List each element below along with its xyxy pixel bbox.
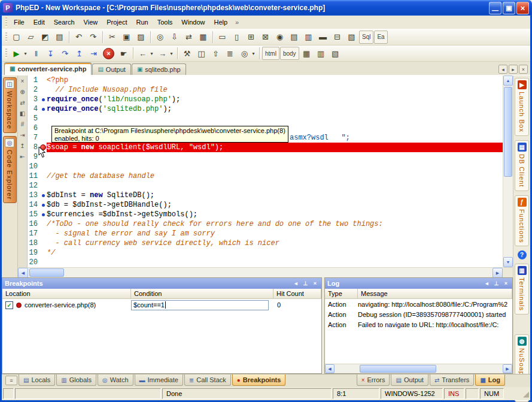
log-row[interactable]: ActionFailed to navigate to URL: http://…	[325, 319, 512, 330]
code-line[interactable]: $dbInst = new SqliteDB();	[47, 191, 503, 200]
top-icon[interactable]: ↥	[19, 142, 26, 150]
code-line[interactable]: require_once('lib/nusoap.php');	[47, 95, 503, 104]
publish-icon[interactable]: ⇧	[209, 47, 223, 60]
run-menu-icon[interactable]: ▾	[22, 47, 29, 60]
preview-icon[interactable]: ◫	[194, 47, 208, 60]
menu-view[interactable]: View	[80, 17, 102, 28]
code-line[interactable]: <?php	[47, 75, 503, 85]
tab-scroll-right-icon[interactable]: ▸	[509, 65, 518, 74]
scroll-right-icon[interactable]: ▶	[503, 364, 512, 373]
columns-view-icon[interactable]: ▥	[314, 47, 328, 60]
toolbar-grip[interactable]	[5, 49, 7, 58]
insert-extra-icon[interactable]: Ea	[374, 31, 387, 44]
hand-tool-icon[interactable]: ☛	[117, 47, 130, 60]
scroll-down-icon[interactable]: ▼	[503, 257, 513, 267]
code-line[interactable]	[47, 181, 503, 191]
dock-tab-db-client[interactable]: ▤DB Client	[515, 140, 529, 191]
cut-icon[interactable]: ✂	[105, 31, 119, 44]
menu-help[interactable]: Help	[209, 17, 232, 28]
code-line[interactable]	[47, 258, 503, 267]
scroll-up-icon[interactable]: ▲	[503, 75, 513, 86]
code-text[interactable]: <?php // Include Nusoap.php filerequire_…	[47, 75, 503, 267]
step-over-icon[interactable]: ↷	[58, 47, 72, 60]
line-numbers-icon[interactable]: #	[19, 120, 26, 128]
mark-icon[interactable]: ▦	[196, 31, 210, 44]
insert-sql-icon[interactable]: Sql	[359, 31, 373, 44]
new-file-icon[interactable]: ▢	[10, 31, 23, 44]
step-out-icon[interactable]: ↥	[72, 47, 86, 60]
tab-close-icon[interactable]: ×	[519, 65, 528, 74]
scrollbar-thumb[interactable]	[504, 87, 512, 177]
copy-icon[interactable]: ▣	[120, 31, 133, 44]
stop-icon[interactable]: ×	[103, 48, 114, 59]
back-icon[interactable]: ←	[136, 47, 150, 60]
panel-close-icon[interactable]: ×	[311, 280, 319, 288]
scrollbar-thumb[interactable]	[360, 365, 436, 373]
menu-edit[interactable]: Edit	[29, 17, 49, 28]
code-line[interactable]: - signal the error and say I am sorry	[47, 229, 503, 238]
close-button[interactable]: ×	[516, 2, 529, 14]
column-header-location[interactable]: Location	[2, 289, 131, 298]
bottom-tab-errors[interactable]: ×Errors	[357, 374, 390, 386]
column-header-type[interactable]: Type	[325, 289, 358, 298]
dock-tab-workspace[interactable]: ◫Workspace	[3, 77, 17, 133]
layers-icon[interactable]: ≣	[223, 47, 237, 60]
resize-grip-icon[interactable]: ◢	[505, 388, 529, 399]
code-line[interactable]: */	[47, 248, 503, 258]
minimize-button[interactable]: —	[489, 2, 501, 14]
log-row[interactable]: Actionnavigating: http://localhost:8080/…	[325, 299, 512, 309]
menu-grip[interactable]	[5, 17, 7, 27]
body-tag-icon[interactable]: body	[280, 47, 299, 60]
breakpoint-enabled-checkbox[interactable]: ✓	[5, 301, 13, 309]
editor-vertical-scrollbar[interactable]: ▲ ▼	[503, 75, 513, 267]
find-next-icon[interactable]: ⇩	[168, 31, 181, 44]
panel-pin-icon[interactable]: ⊥	[493, 280, 500, 288]
undo-icon[interactable]: ↶	[72, 31, 86, 44]
menu-overflow-icon[interactable]: »	[233, 19, 241, 26]
code-line[interactable]: - call currency web service directly, wh…	[47, 238, 503, 248]
scroll-left-icon[interactable]: ◀	[18, 268, 28, 278]
bottom-tab-watch[interactable]: ◎Watch	[98, 374, 133, 386]
insert-form-icon[interactable]: ▭	[215, 31, 229, 44]
panel-pin-icon[interactable]: ⊥	[302, 280, 309, 288]
menu-tools[interactable]: Tools	[153, 17, 177, 28]
bottom-tab-immediate[interactable]: ▬Immediate	[135, 374, 183, 386]
panel-close-icon[interactable]: ×	[502, 280, 510, 288]
insert-button-icon[interactable]: ▬	[316, 31, 330, 44]
column-header-message[interactable]: Message	[358, 289, 512, 298]
html-tag-icon[interactable]: html	[262, 47, 279, 60]
scrollbar-track[interactable]	[437, 364, 503, 373]
run-icon[interactable]: ▶	[10, 47, 23, 60]
insert-input-icon[interactable]: ▯	[230, 31, 244, 44]
code-line[interactable]: // Include Nusoap.php file	[47, 85, 503, 95]
tab-scroll-left-icon[interactable]: ◂	[498, 65, 507, 74]
zoom-icon[interactable]: ◎	[238, 47, 251, 60]
panel-collapse-icon[interactable]: ◂	[292, 280, 300, 288]
indent-icon[interactable]: ⇥	[19, 131, 26, 139]
insert-table-icon[interactable]: ⊞	[244, 31, 258, 44]
save-file-icon[interactable]: ◩	[38, 31, 52, 44]
menu-window[interactable]: Window	[177, 17, 209, 28]
swap-icon[interactable]: ⇄	[19, 99, 26, 107]
code-line[interactable]: $soap = new soapclient($wsdlURL, "wsdl")…	[47, 143, 503, 152]
scrollbar-track[interactable]	[65, 268, 493, 277]
tab-sqlitedb-php[interactable]: ▣sqlitedb.php	[132, 64, 186, 75]
panel-collapse-icon[interactable]: ◂	[483, 280, 491, 288]
insert-radio-icon[interactable]: ◉	[273, 31, 287, 44]
forward-icon[interactable]: →	[156, 47, 169, 60]
code-editor[interactable]: ×⊕⇄◧#⇥↥⇤ 1234567891011121314151617181920…	[18, 75, 513, 267]
code-line[interactable]	[47, 114, 503, 123]
run-to-cursor-icon[interactable]: ⇥	[87, 47, 101, 60]
scrollbar-track[interactable]	[503, 178, 513, 257]
bottom-tab-log[interactable]: ▦Log	[475, 374, 505, 386]
scroll-right-icon[interactable]: ▶	[493, 268, 503, 278]
table-view-icon[interactable]: ▦	[300, 47, 314, 60]
close-editor-icon[interactable]: ×	[19, 77, 26, 85]
tools-icon[interactable]: ⚒	[180, 47, 194, 60]
locate-icon[interactable]: ⊕	[19, 88, 26, 96]
dock-tab-terminals[interactable]: ▥Terminals	[515, 264, 529, 315]
forward-menu-icon[interactable]: ▾	[168, 47, 175, 60]
menu-file[interactable]: File	[10, 17, 29, 28]
title-bar[interactable]: P PhpED - New Workspace - [C:\Program Fi…	[0, 0, 532, 16]
column-header-condition[interactable]: Condition	[131, 289, 273, 298]
